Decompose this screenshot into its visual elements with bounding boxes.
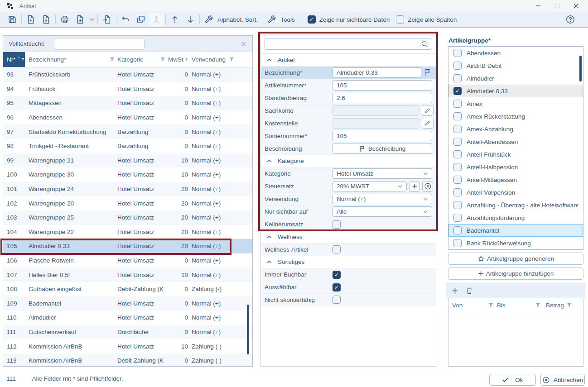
- table-row[interactable]: 112Kommission AirBnBHotel Umsatz10Zahlun…: [3, 339, 252, 354]
- column-header-betrag[interactable]: Betrag: [542, 302, 583, 309]
- table-row[interactable]: 104Warengruppe 22Hotel Umsatz20Normal (+…: [3, 225, 252, 239]
- delete-document-icon[interactable]: [39, 13, 54, 26]
- table-row[interactable]: 103Warengruppe 25Hotel Umsatz20Normal (+…: [3, 210, 252, 225]
- artikelgruppe-item[interactable]: Abendessen: [448, 47, 583, 59]
- verwendung-dropdown[interactable]: Normal (+): [333, 194, 432, 204]
- show-all-columns-checkbox[interactable]: Zeige alle Spalten: [396, 15, 457, 24]
- checkbox-icon[interactable]: [453, 138, 462, 146]
- table-row[interactable]: 109BademantelHotel Umsatz0Normal (+): [3, 296, 252, 311]
- export-options-chevron-icon[interactable]: [88, 13, 96, 26]
- generate-artikelgruppe-button[interactable]: Artikelgruppe generieren: [448, 253, 583, 265]
- checkbox-icon[interactable]: [453, 163, 462, 171]
- alphabet-sort-button[interactable]: Alphabet. Sort.: [217, 16, 258, 23]
- minimize-icon[interactable]: [535, 2, 542, 10]
- fulltext-search-input[interactable]: [54, 38, 145, 50]
- help-icon[interactable]: [563, 13, 578, 26]
- delete-range-icon[interactable]: [466, 287, 473, 295]
- table-row[interactable]: 101Warengruppe 24Hotel Umsatz20Normal (+…: [3, 182, 252, 196]
- table-row[interactable]: 107Helles Bier 0,5lHotel Umsatz10Normal …: [3, 268, 252, 282]
- show-visible-data-checkbox[interactable]: Zeige nur sichtbare Daten: [308, 15, 390, 24]
- table-row[interactable]: 108Guthaben eingelöstDebit-Zahlung (K0Za…: [3, 282, 252, 296]
- nur-sichtbar-dropdown[interactable]: Alle: [333, 206, 432, 217]
- edit-kostenstelle-button[interactable]: [422, 118, 434, 129]
- table-row[interactable]: 100Warengruppe 30Hotel Umsatz10Normal (+…: [3, 167, 252, 182]
- nicht-skontierfaehig-checkbox[interactable]: [333, 296, 341, 304]
- clear-search-icon[interactable]: [241, 41, 247, 47]
- checkbox-icon[interactable]: [453, 74, 462, 82]
- move-up-icon[interactable]: [167, 13, 183, 26]
- checkbox-icon[interactable]: [308, 15, 316, 24]
- collapse-chevron-icon[interactable]: [266, 235, 272, 239]
- import-document-icon[interactable]: [99, 13, 115, 26]
- wellness-artikel-checkbox[interactable]: [333, 245, 341, 253]
- collapse-chevron-icon[interactable]: [266, 58, 272, 62]
- artikelgruppe-item[interactable]: Amex Rückerstattung: [448, 110, 583, 123]
- section-kategorie[interactable]: Kategorie: [261, 155, 436, 167]
- checkbox-icon[interactable]: [453, 239, 462, 247]
- move-down-icon[interactable]: [183, 13, 198, 26]
- table-row[interactable]: 111GutscheinverkaufDurchläufer0Normal (+…: [3, 325, 252, 339]
- artikelgruppe-item[interactable]: Bank Rücküberweisung: [448, 237, 583, 249]
- immer-buchbar-checkbox[interactable]: [333, 271, 341, 279]
- standardbetrag-input[interactable]: [333, 93, 432, 103]
- filter-icon[interactable]: [110, 57, 115, 62]
- new-document-icon[interactable]: [23, 13, 39, 26]
- checkbox-icon[interactable]: [453, 226, 462, 234]
- column-header-bezeichnung[interactable]: Bezeichnung*: [25, 52, 117, 67]
- table-row[interactable]: 99Warengruppe 21Hotel Umsatz10Normal (+): [3, 153, 252, 168]
- steuersatz-dropdown[interactable]: 20% MWST: [333, 181, 407, 191]
- table-row[interactable]: 96AbendessenHotel Umsatz0Normal (+): [3, 110, 252, 125]
- auswaehlbar-checkbox[interactable]: [333, 283, 341, 291]
- collapse-chevron-icon[interactable]: [266, 159, 272, 163]
- checkbox-icon[interactable]: [453, 201, 462, 209]
- table-row[interactable]: 97Startsaldo KorrekturbuchungBarzahlung0…: [3, 124, 252, 139]
- bezeichnung-input[interactable]: [333, 67, 421, 78]
- export-document-icon[interactable]: [72, 13, 88, 26]
- artikelgruppe-item[interactable]: AirBnB Debit: [448, 59, 583, 72]
- add-steuersatz-button[interactable]: [409, 181, 420, 192]
- collapse-chevron-icon[interactable]: [266, 260, 272, 264]
- table-row[interactable]: 106Flasche RotweinHotel Umsatz0Normal (+…: [3, 253, 252, 268]
- section-sonstiges[interactable]: Sonstiges: [261, 256, 436, 268]
- table-row[interactable]: 102Warengruppe 20Hotel Umsatz20Normal (+…: [3, 196, 252, 210]
- checkbox-icon[interactable]: [453, 87, 462, 95]
- artikelgruppe-item[interactable]: Amex-Anzahlung: [448, 123, 583, 135]
- artikelgruppe-item[interactable]: Anteil-Frühstück: [448, 148, 583, 161]
- table-row[interactable]: 93FrühstückskorbHotel Umsatz0Normal (+): [3, 67, 252, 82]
- checkbox-icon[interactable]: [396, 15, 404, 24]
- column-header-von[interactable]: Von: [448, 302, 495, 309]
- table-row[interactable]: 113Kommission AirBnBDebit-Zahlung (K0Zah…: [3, 354, 252, 367]
- ok-button[interactable]: Ok: [489, 374, 536, 386]
- artikelgruppe-item[interactable]: Anteil-Halbpension: [448, 161, 583, 173]
- add-artikelgruppe-button[interactable]: Artikelgruppe hinzufügen: [448, 268, 583, 280]
- table-row[interactable]: 95MittagessenHotel Umsatz0Normal (+): [3, 96, 252, 110]
- table-row[interactable]: 98Trinkgeld - RestaurantBarzahlung0Norma…: [3, 139, 252, 153]
- sortiernummer-input[interactable]: [333, 131, 432, 141]
- section-wellness[interactable]: Wellness: [261, 230, 436, 243]
- copy-icon[interactable]: [133, 13, 149, 26]
- group-list-scrollbar[interactable]: [579, 56, 582, 81]
- checkbox-icon[interactable]: [453, 176, 462, 184]
- filter-icon[interactable]: [567, 303, 572, 308]
- filter-icon[interactable]: [21, 57, 25, 62]
- kategorie-dropdown[interactable]: Hotel Umsatz: [333, 168, 432, 179]
- wrench-icon[interactable]: [201, 13, 217, 26]
- section-artikel[interactable]: Artikel: [261, 53, 436, 66]
- table-scrollbar[interactable]: [247, 305, 249, 354]
- artikelgruppe-item[interactable]: Anteil-Vollpension: [448, 186, 583, 199]
- save-icon[interactable]: [5, 13, 20, 26]
- print-icon[interactable]: [57, 13, 72, 26]
- undo-icon[interactable]: [118, 13, 133, 26]
- column-header-verwendung[interactable]: Verwendung: [188, 52, 252, 67]
- beschreibung-button[interactable]: Beschreibung: [333, 143, 432, 154]
- artikelgruppe-item[interactable]: Anzahlung - Übertrag - alte Hotelsoftwar…: [448, 199, 583, 211]
- kellnerumsatz-checkbox[interactable]: [333, 220, 341, 229]
- flag-icon[interactable]: [424, 68, 431, 76]
- filter-icon[interactable]: [535, 303, 540, 308]
- column-header-nr[interactable]: Nr*: [3, 52, 25, 67]
- artikelgruppe-item[interactable]: Bademantel: [448, 224, 583, 237]
- filter-icon[interactable]: [160, 57, 165, 62]
- checkbox-icon[interactable]: [453, 100, 462, 108]
- checkbox-icon[interactable]: [453, 188, 462, 196]
- table-row[interactable]: 110AlmdudlerHotel Umsatz0Normal (+): [3, 311, 252, 325]
